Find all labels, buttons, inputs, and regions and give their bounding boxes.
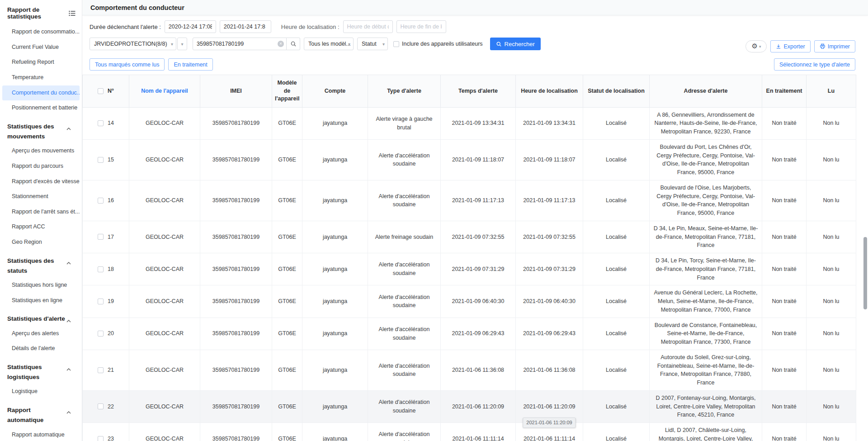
- cell-device-model: GT06E: [272, 423, 302, 441]
- location-start-time-input[interactable]: [343, 20, 393, 33]
- cell-account: jayatunga: [302, 350, 368, 390]
- location-time-label: Heure de localisation :: [281, 24, 340, 30]
- table-row[interactable]: 22GEOLOC-CAR359857081780199GT06Ejayatung…: [83, 390, 856, 422]
- sidebar-item[interactable]: Aperçu des alertes: [0, 326, 82, 341]
- cell-loc-time: 2021-01-09 13:34:31: [516, 107, 583, 139]
- location-end-time-input[interactable]: [396, 20, 446, 33]
- cell-alert-type: Alerte d'accélération soudaine: [368, 390, 441, 422]
- sidebar-item[interactable]: Rapport d'excès de vitesse: [0, 174, 82, 190]
- sidebar-item[interactable]: Rapport ACC: [0, 219, 82, 235]
- export-button[interactable]: Exporter: [770, 40, 810, 52]
- table-row[interactable]: 14GEOLOC-CAR359857081780199GT06Ejayatung…: [83, 107, 856, 139]
- search-button-label: Rechercher: [505, 41, 535, 47]
- export-button-label: Exporter: [783, 43, 805, 50]
- sidebar-item[interactable]: Rapport automatique: [0, 427, 82, 441]
- cell-row-select: 18: [83, 253, 129, 285]
- table-row[interactable]: 18GEOLOC-CAR359857081780199GT06Ejayatung…: [83, 253, 856, 285]
- sidebar-item[interactable]: Geo Region: [0, 235, 82, 250]
- sidebar-group-header[interactable]: Statistiques des mouvements: [0, 116, 82, 144]
- table-row[interactable]: 15GEOLOC-CAR359857081780199GT06Ejayatung…: [83, 139, 856, 180]
- sidebar-item[interactable]: Rapport de consommatio...: [0, 24, 82, 40]
- sidebar-item[interactable]: Current Fuel Value: [0, 40, 82, 55]
- cell-device-model: GT06E: [272, 318, 302, 350]
- sidebar-item[interactable]: Refueling Report: [0, 55, 82, 70]
- select-alert-type-button[interactable]: Sélectionnez le type d'alerte: [774, 58, 855, 71]
- sidebar-item[interactable]: Positionnement et batterie: [0, 100, 82, 116]
- account-tree-expand-button[interactable]: ▾: [177, 38, 187, 50]
- row-checkbox[interactable]: [98, 403, 104, 409]
- row-checkbox[interactable]: [98, 299, 104, 304]
- settings-button[interactable]: ⚙ ▾: [745, 40, 767, 52]
- row-checkbox[interactable]: [98, 367, 104, 373]
- row-checkbox[interactable]: [98, 331, 104, 337]
- sidebar-item[interactable]: Statistiques hors ligne: [0, 278, 82, 293]
- column-header-device-name[interactable]: Nom de l'appareil: [129, 75, 200, 108]
- print-button[interactable]: Imprimer: [814, 40, 855, 52]
- row-number: 16: [108, 196, 114, 205]
- sidebar-item[interactable]: Aperçu des mouvements: [0, 143, 82, 159]
- include-user-devices-checkbox[interactable]: [393, 41, 399, 47]
- imei-search-button[interactable]: [287, 38, 300, 50]
- sidebar-group-header[interactable]: Statistiques d'alerte: [0, 308, 82, 326]
- sidebar-group-label: Statistiques des statuts: [7, 257, 54, 274]
- list-icon[interactable]: [69, 10, 75, 16]
- account-select[interactable]: JRVIDEOPROTECTION(8/8) ▾: [90, 38, 176, 50]
- cell-loc-status: Localisé: [583, 318, 650, 350]
- cell-row-select: 19: [83, 285, 129, 318]
- scrollbar-thumb[interactable]: [863, 237, 867, 309]
- column-header-read: Lu: [807, 75, 856, 108]
- sidebar-item[interactable]: Rapport du parcours: [0, 159, 82, 174]
- table-row[interactable]: 16GEOLOC-CAR359857081780199GT06Ejayatung…: [83, 180, 856, 221]
- model-select-value: Tous les modèl...: [308, 41, 351, 47]
- cell-processing: Non traité: [762, 221, 807, 253]
- cell-read: Non lu: [807, 107, 856, 139]
- cell-read: Non lu: [807, 285, 856, 318]
- cell-device-model: GT06E: [272, 221, 302, 253]
- cell-alert-type: Alerte d'accélération soudaine: [368, 139, 441, 180]
- status-select-value: Statut: [362, 41, 377, 47]
- table-row[interactable]: 19GEOLOC-CAR359857081780199GT06Ejayatung…: [83, 285, 856, 318]
- sidebar-item[interactable]: Rapport de l'arrêt sans ét...: [0, 204, 82, 220]
- sidebar-item[interactable]: Temperature: [0, 70, 82, 85]
- status-select[interactable]: Statut ▾: [357, 38, 388, 50]
- sidebar-item[interactable]: Statistiques en ligne: [0, 293, 82, 308]
- cell-account: jayatunga: [302, 253, 368, 285]
- cell-device-name: GEOLOC-CAR: [129, 318, 200, 350]
- cell-device-model: GT06E: [272, 390, 302, 422]
- clear-icon[interactable]: ×: [278, 41, 284, 47]
- processing-button[interactable]: En traitement: [168, 58, 212, 71]
- row-checkbox[interactable]: [98, 234, 104, 240]
- cell-alert-type: Alerte freinage soudain: [368, 221, 441, 253]
- row-number: 15: [108, 156, 114, 164]
- row-number: 23: [108, 435, 114, 441]
- table-row[interactable]: 20GEOLOC-CAR359857081780199GT06Ejayatung…: [83, 318, 856, 350]
- table-row[interactable]: 21GEOLOC-CAR359857081780199GT06Ejayatung…: [83, 350, 856, 390]
- sidebar-item[interactable]: Stationnement: [0, 189, 82, 204]
- alert-start-date-input[interactable]: [165, 20, 216, 33]
- mark-all-read-button[interactable]: Tous marqués comme lus: [90, 58, 165, 71]
- sidebar-group-header[interactable]: Statistiques des statuts: [0, 250, 82, 278]
- column-header-number: N°: [83, 75, 129, 108]
- row-number: 20: [108, 329, 114, 338]
- alert-end-date-input[interactable]: [220, 20, 271, 33]
- sidebar-item[interactable]: Détails de l'alerte: [0, 341, 82, 356]
- sidebar-group-header[interactable]: Statistiques logistiques: [0, 356, 82, 384]
- row-checkbox[interactable]: [98, 120, 104, 126]
- row-checkbox[interactable]: [98, 198, 104, 204]
- row-checkbox[interactable]: [98, 266, 104, 272]
- select-all-checkbox[interactable]: [98, 88, 104, 94]
- search-button[interactable]: Rechercher: [490, 38, 541, 50]
- sidebar-item[interactable]: Comportement du conduc...: [2, 85, 80, 101]
- sidebar-item[interactable]: Logistique: [0, 384, 82, 399]
- column-header-device-model: Modèle de l'appareil: [272, 75, 302, 108]
- cell-device-name: GEOLOC-CAR: [129, 285, 200, 318]
- imei-search-input[interactable]: [193, 38, 287, 50]
- model-select[interactable]: Tous les modèl... ▾: [304, 38, 354, 50]
- table-row[interactable]: 23GEOLOC-CAR359857081780199GT06Ejayatung…: [83, 423, 856, 441]
- table-row[interactable]: 17GEOLOC-CAR359857081780199GT06Ejayatung…: [83, 221, 856, 253]
- sidebar-group-header[interactable]: Rapport automatique: [0, 399, 82, 427]
- row-checkbox[interactable]: [98, 436, 104, 441]
- cell-account: jayatunga: [302, 180, 368, 221]
- row-checkbox[interactable]: [98, 157, 104, 163]
- row-number: 19: [108, 297, 114, 306]
